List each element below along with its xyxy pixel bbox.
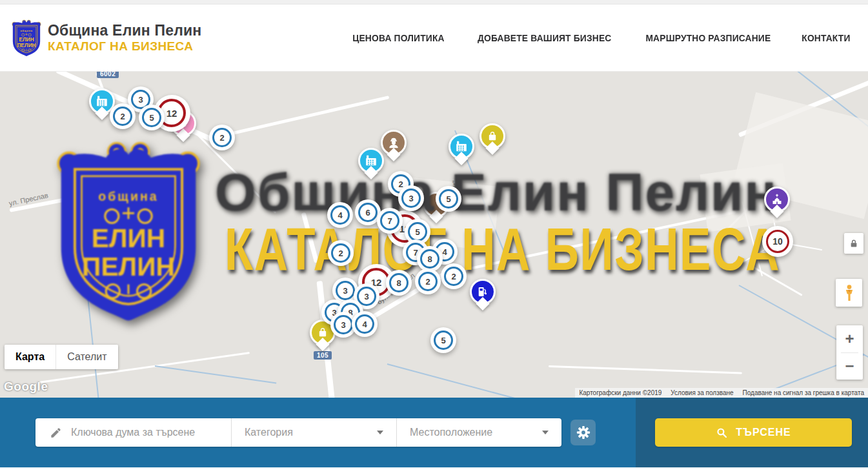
cluster-count: 2 bbox=[331, 243, 350, 263]
cluster-count: 2 bbox=[418, 272, 438, 291]
church-category-pin[interactable] bbox=[764, 187, 790, 212]
cluster-count: 2 bbox=[444, 267, 463, 286]
worker-icon bbox=[387, 136, 401, 150]
zoom-out-button[interactable]: − bbox=[836, 353, 863, 380]
route-shield: 105 bbox=[314, 351, 332, 360]
map-type-switch: КартаСателит bbox=[5, 345, 118, 369]
marker-cluster[interactable]: 5 bbox=[139, 105, 165, 130]
cluster-count: 5 bbox=[434, 331, 453, 350]
street-view-pegman-button[interactable] bbox=[836, 279, 862, 307]
cluster-count: 8 bbox=[389, 273, 409, 292]
cluster-count: 2 bbox=[212, 128, 232, 147]
svg-text:ЕЛИН: ЕЛИН bbox=[92, 223, 166, 253]
search-submit-button[interactable]: ТЪРСЕНЕ bbox=[655, 418, 852, 447]
bag-icon bbox=[486, 130, 499, 143]
google-logo[interactable]: Google bbox=[4, 380, 48, 394]
map-road bbox=[549, 365, 742, 374]
page-top-strip bbox=[0, 0, 868, 5]
search-icon bbox=[716, 427, 728, 439]
cluster-count: 5 bbox=[408, 222, 427, 241]
cluster-count: 2 bbox=[113, 107, 132, 126]
marker-cluster[interactable]: 2 bbox=[328, 240, 354, 266]
svg-text:община: община bbox=[21, 29, 33, 32]
marker-cluster[interactable]: 2 bbox=[415, 269, 441, 294]
marker-cluster[interactable]: 4 bbox=[327, 202, 353, 228]
google-map[interactable]: община ЕЛИН ПЕЛИН Община Елин Пелин КАТА… bbox=[0, 72, 868, 398]
site-title: Община Елин Пелин bbox=[48, 22, 201, 39]
watermark-emblem: община ЕЛИН ПЕЛИН bbox=[55, 138, 202, 325]
map-data-copyright: Картографски данни ©2019 bbox=[579, 389, 661, 396]
map-attribution-link[interactable]: Условия за ползване bbox=[671, 389, 733, 396]
map-road bbox=[301, 212, 319, 263]
factory-category-pin[interactable] bbox=[449, 134, 474, 159]
search-submit-label: ТЪРСЕНЕ bbox=[736, 427, 791, 438]
cluster-count: 6 bbox=[358, 203, 378, 222]
search-fields: Категория Местоположение bbox=[35, 418, 561, 447]
marker-cluster[interactable]: 2 bbox=[209, 125, 235, 150]
fuel-icon bbox=[476, 285, 489, 298]
location-placeholder: Местоположение bbox=[410, 427, 492, 438]
marker-cluster[interactable]: 5 bbox=[436, 186, 461, 212]
svg-text:ПЕЛИН: ПЕЛИН bbox=[17, 42, 35, 48]
lock-icon bbox=[849, 238, 859, 249]
location-select[interactable]: Местоположение bbox=[397, 418, 561, 447]
nav-item-1[interactable]: ДОБАВЕТЕ ВАШИЯТ БИЗНЕС bbox=[478, 32, 611, 43]
municipality-emblem-logo: община ЕЛИН ПЕЛИН bbox=[12, 19, 41, 57]
cluster-count: 7 bbox=[380, 211, 399, 230]
bag-category-pin[interactable] bbox=[479, 123, 505, 149]
map-zoom-control: + − bbox=[836, 325, 863, 380]
map-road bbox=[103, 198, 179, 217]
cluster-count: 5 bbox=[439, 189, 458, 209]
category-placeholder: Категория bbox=[245, 427, 293, 438]
zoom-in-button[interactable]: + bbox=[836, 325, 863, 352]
marker-cluster[interactable]: 8 bbox=[417, 246, 443, 272]
elin-pelin-emblem: община ЕЛИН ПЕЛИН bbox=[55, 138, 202, 325]
marker-cluster[interactable]: 7 bbox=[377, 208, 403, 234]
map-road bbox=[193, 130, 276, 213]
fullscreen-lock-button[interactable] bbox=[844, 233, 863, 254]
map-attribution: Картографски данни ©2019Условия за ползв… bbox=[575, 388, 868, 398]
map-road bbox=[751, 265, 802, 296]
worker-category-pin[interactable] bbox=[381, 130, 407, 156]
bag-icon bbox=[316, 326, 329, 339]
chevron-down-icon bbox=[377, 431, 383, 434]
marker-cluster[interactable]: 2 bbox=[110, 103, 136, 129]
svg-text:ПЕЛИН: ПЕЛИН bbox=[82, 252, 175, 281]
map-type-сателит[interactable]: Сателит bbox=[56, 345, 117, 369]
cluster-count: 3 bbox=[336, 281, 355, 300]
cluster-count: 4 bbox=[355, 314, 374, 334]
cluster-count: 4 bbox=[330, 205, 350, 225]
marker-cluster[interactable]: 3 bbox=[398, 185, 424, 211]
marker-cluster[interactable]: 4 bbox=[352, 311, 378, 337]
marker-cluster[interactable]: 5 bbox=[430, 327, 456, 353]
factory-icon bbox=[454, 139, 469, 154]
site-header: община ЕЛИН ПЕЛИН Община Елин Пелин КАТА… bbox=[0, 5, 868, 72]
church-icon bbox=[771, 193, 783, 206]
cluster-count: 10 bbox=[766, 230, 789, 253]
cluster-count: 3 bbox=[401, 188, 421, 208]
elin-pelin-emblem: община ЕЛИН ПЕЛИН bbox=[12, 19, 41, 57]
cluster-count: 8 bbox=[420, 249, 439, 269]
gear-icon bbox=[576, 425, 590, 440]
nav-item-3[interactable]: КОНТАКТИ bbox=[802, 32, 850, 43]
factory-icon bbox=[364, 154, 378, 168]
map-attribution-link[interactable]: Подаване на сигнал за грешка в картата bbox=[743, 389, 864, 396]
marker-cluster[interactable]: 2 bbox=[441, 263, 467, 289]
map-stream bbox=[155, 365, 276, 383]
fuel-category-pin[interactable] bbox=[470, 279, 496, 305]
pegman-icon bbox=[842, 283, 857, 303]
search-panel: Категория Местоположение bbox=[0, 398, 868, 467]
keyword-input[interactable] bbox=[71, 427, 219, 438]
advanced-settings-button[interactable] bbox=[570, 420, 596, 445]
site-brand[interactable]: община ЕЛИН ПЕЛИН Община Елин Пелин КАТА… bbox=[12, 19, 201, 57]
marker-cluster[interactable]: 8 bbox=[386, 270, 412, 296]
nav-item-0[interactable]: ЦЕНОВА ПОЛИТИКА bbox=[352, 32, 444, 43]
marker-cluster[interactable]: 10 bbox=[762, 226, 793, 257]
factory-category-pin[interactable] bbox=[358, 148, 384, 174]
map-type-карта[interactable]: Карта bbox=[5, 345, 56, 369]
route-shield: 6002 bbox=[97, 72, 119, 78]
nav-item-2[interactable]: МАРШРУТНО РАЗПИСАНИЕ bbox=[646, 32, 771, 43]
map-road bbox=[212, 96, 389, 139]
keyword-field-wrap bbox=[35, 418, 231, 447]
category-select[interactable]: Категория bbox=[232, 418, 396, 447]
